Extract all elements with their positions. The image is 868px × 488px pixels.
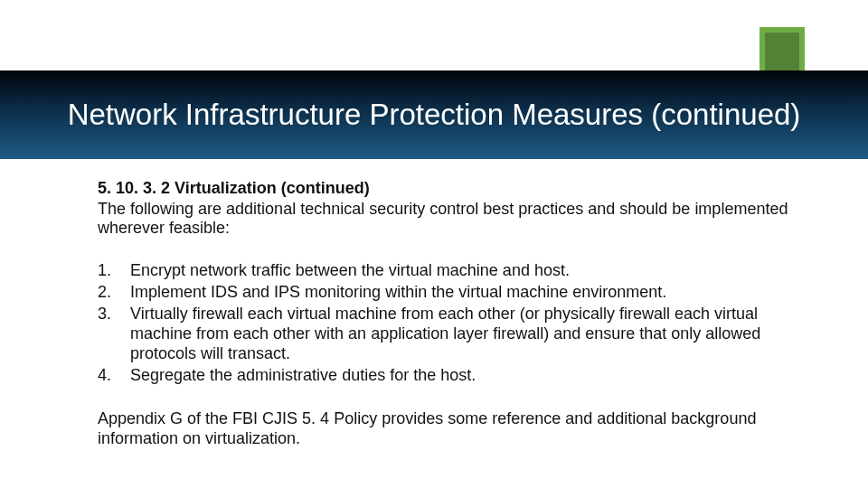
list-marker: 1.: [98, 261, 130, 281]
title-band: Network Infrastructure Protection Measur…: [0, 70, 868, 159]
intro-paragraph: The following are additional technical s…: [98, 200, 816, 238]
list-text: Virtually firewall each virtual machine …: [130, 305, 816, 364]
list-text: Segregate the administrative duties for …: [130, 366, 816, 386]
slide: Network Infrastructure Protection Measur…: [0, 0, 868, 488]
list-item: 3. Virtually firewall each virtual machi…: [98, 305, 816, 364]
list-marker: 4.: [98, 366, 130, 386]
list-item: 4. Segregate the administrative duties f…: [98, 366, 816, 386]
numbered-list: 1. Encrypt network traffic between the v…: [98, 261, 816, 386]
list-marker: 3.: [98, 305, 130, 364]
list-text: Encrypt network traffic between the virt…: [130, 261, 816, 281]
list-text: Implement IDS and IPS monitoring within …: [130, 283, 816, 303]
section-heading: 5. 10. 3. 2 Virtualization (continued): [98, 179, 816, 198]
list-item: 2. Implement IDS and IPS monitoring with…: [98, 283, 816, 303]
closing-paragraph: Appendix G of the FBI CJIS 5. 4 Policy p…: [98, 409, 816, 448]
slide-body: 5. 10. 3. 2 Virtualization (continued) T…: [98, 179, 816, 448]
list-item: 1. Encrypt network traffic between the v…: [98, 261, 816, 281]
slide-title: Network Infrastructure Protection Measur…: [14, 97, 855, 133]
list-marker: 2.: [98, 283, 130, 303]
